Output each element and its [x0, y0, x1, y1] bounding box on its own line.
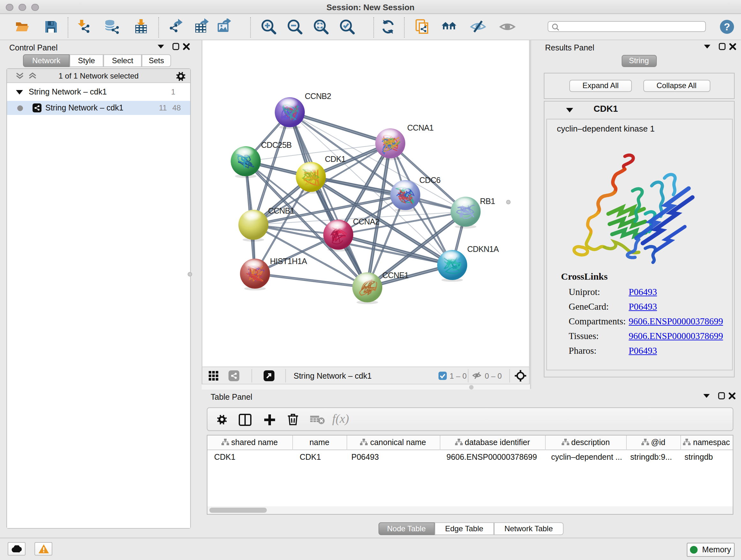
svg-text:HIST1H1A: HIST1H1A	[270, 256, 307, 265]
svg-text:CCNA2: CCNA2	[353, 217, 379, 226]
svg-text:CCNE1: CCNE1	[382, 270, 408, 279]
svg-text:RB1: RB1	[480, 196, 495, 205]
svg-text:?: ?	[724, 21, 730, 33]
svg-text:CDK1: CDK1	[325, 154, 345, 163]
svg-text:CCNB1: CCNB1	[268, 206, 294, 215]
svg-text:CDKN1A: CDKN1A	[467, 244, 498, 253]
svg-text:CCNA1: CCNA1	[407, 123, 433, 132]
svg-text:CDC25B: CDC25B	[261, 140, 291, 149]
svg-text:CDC6: CDC6	[419, 175, 440, 184]
svg-text:CCNB2: CCNB2	[305, 91, 331, 100]
